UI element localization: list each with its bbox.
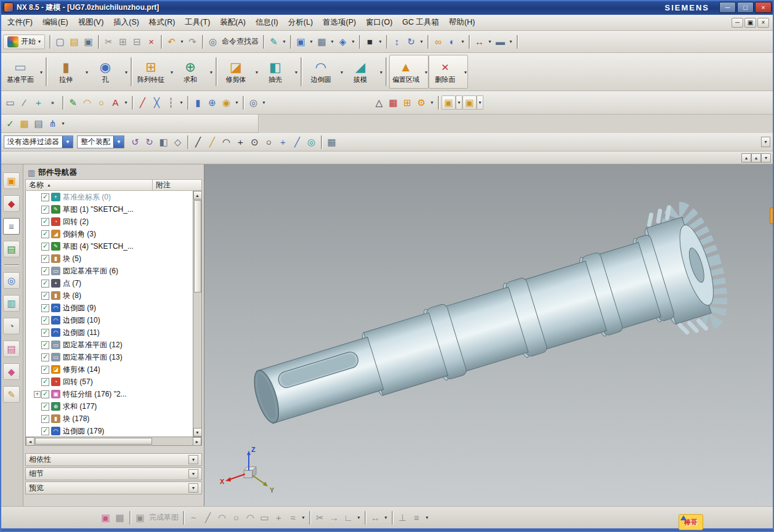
selection-filter-dropdown[interactable]: 没有选择过滤器 ▼: [4, 135, 73, 148]
paste-icon[interactable]: ⊟: [130, 34, 144, 49]
feature-checkbox[interactable]: [41, 206, 49, 214]
menu-insert[interactable]: 插入(S): [108, 15, 144, 30]
feature-tree-row[interactable]: ◠ 边倒圆 (179): [26, 425, 193, 437]
touch-mode-icon[interactable]: ✎: [267, 34, 281, 49]
scroll-left-icon[interactable]: ◄: [26, 437, 34, 446]
toolbar-overflow-button[interactable]: ▾: [761, 137, 770, 147]
feature-tree-row[interactable]: ◔ 回转 (2): [26, 216, 193, 228]
menu-file[interactable]: 文件(F): [2, 15, 38, 30]
feature-checkbox[interactable]: [41, 329, 49, 337]
feature-checkbox[interactable]: [41, 280, 49, 288]
window-style-dropdown[interactable]: ▾: [377, 34, 384, 49]
feature-tree-row[interactable]: ◪ 修剪体 (14): [26, 363, 193, 376]
snap-intersection-icon[interactable]: +: [233, 135, 248, 149]
feature-tree-row[interactable]: + 基准坐标系 (0): [26, 191, 193, 203]
derived-curve-dropdown[interactable]: ▾: [178, 95, 185, 110]
cylinder-tool-icon[interactable]: ▮: [191, 95, 205, 110]
draft-button[interactable]: ◢ 拔模: [344, 55, 383, 89]
show-hide-icon[interactable]: ↕: [390, 34, 404, 49]
feature-tree-row[interactable]: ▭ 固定基准平面 (12): [26, 339, 193, 351]
view-orient-icon[interactable]: ◈: [336, 34, 350, 49]
reuse-library-rail-icon[interactable]: ▤: [3, 241, 20, 257]
pattern-feature-button[interactable]: ⊞ 阵列特征: [134, 55, 174, 89]
dropdown-arrow-icon[interactable]: ▼: [62, 136, 73, 148]
datum-plane-button[interactable]: ▭ 基准平面: [4, 55, 43, 89]
feature-tree-row[interactable]: ✎ 草图 (1) "SKETCH_...: [26, 203, 193, 216]
next-selection-icon[interactable]: ↻: [142, 135, 156, 149]
measure-dropdown[interactable]: ▾: [486, 34, 493, 49]
feature-tree-row[interactable]: ▭ 固定基准平面 (6): [26, 265, 193, 277]
scrollbar-thumb[interactable]: [35, 438, 152, 445]
snap-control-point-icon[interactable]: ◠: [219, 135, 233, 149]
feature-checkbox[interactable]: [41, 341, 49, 349]
tree-expander[interactable]: [34, 329, 41, 336]
feature-tree-row[interactable]: ▮ 块 (8): [26, 289, 193, 302]
menu-format[interactable]: 格式(R): [144, 15, 180, 30]
redo-icon[interactable]: ↷: [185, 34, 200, 49]
feature-checkbox[interactable]: [41, 243, 49, 251]
fit-view-dropdown[interactable]: ▾: [308, 34, 315, 49]
close-button[interactable]: ×: [755, 2, 772, 13]
edit-object-display-dropdown[interactable]: ▾: [459, 34, 466, 49]
feature-tree-row[interactable]: ◠ 边倒圆 (10): [26, 314, 193, 326]
layer-settings-icon[interactable]: ▤: [31, 116, 46, 131]
viewport-canvas[interactable]: [204, 164, 774, 506]
sketch-tool-icon[interactable]: ✎: [66, 95, 80, 110]
edge-blend-button[interactable]: ◠ 边倒圆: [304, 55, 344, 89]
menu-window[interactable]: 窗口(O): [361, 15, 397, 30]
spreadsheet-icon[interactable]: ▦: [386, 95, 400, 110]
reuse-dropdown[interactable]: ▾: [456, 95, 462, 110]
boolean-unite-icon[interactable]: ⊕: [205, 95, 219, 110]
ruler-dropdown[interactable]: ▾: [507, 34, 514, 49]
command-finder-icon[interactable]: ◎: [206, 34, 220, 49]
select-face-icon[interactable]: ◇: [171, 135, 185, 149]
tree-expander[interactable]: [34, 403, 41, 410]
selection-scope-dropdown[interactable]: 整个装配 ▼: [77, 135, 124, 148]
separator[interactable]: [216, 57, 217, 86]
datum-plane-small-icon[interactable]: ▭: [3, 95, 17, 110]
feature-checkbox[interactable]: [41, 378, 49, 386]
shaft-model[interactable]: [239, 200, 730, 460]
extrude-button[interactable]: ▮ 拉伸: [49, 55, 89, 89]
process-studio-icon[interactable]: ▤: [3, 341, 20, 357]
mdi-restore-button[interactable]: ▣: [744, 18, 756, 28]
edit-object-display-icon[interactable]: ◐: [445, 34, 459, 49]
window-style-icon[interactable]: ■: [363, 34, 377, 49]
menu-help[interactable]: 帮助(H): [444, 15, 480, 30]
feature-tree-row[interactable]: ▮ 块 (178): [26, 413, 193, 425]
column-header-name[interactable]: 名称 ▲: [26, 180, 153, 190]
tree-expander[interactable]: +: [34, 391, 41, 398]
datum-csys-icon[interactable]: +: [31, 95, 46, 110]
tree-expander[interactable]: [34, 256, 41, 262]
intersect-curve-icon[interactable]: ╳: [150, 95, 164, 110]
tree-expander[interactable]: [34, 231, 41, 238]
tree-expander[interactable]: [34, 317, 41, 324]
undo-dropdown[interactable]: ▾: [179, 34, 185, 49]
tree-expander[interactable]: [34, 354, 41, 361]
tree-expander[interactable]: [34, 305, 41, 312]
shaded-view-dropdown[interactable]: ▾: [329, 34, 336, 49]
scroll-up-icon[interactable]: ▲: [193, 191, 202, 200]
section-expand-button[interactable]: ▾: [188, 483, 198, 493]
navigator-section-bar[interactable]: 细节 ▾: [25, 467, 202, 480]
grid-snap-icon[interactable]: ▦: [325, 135, 339, 149]
section-expand-button[interactable]: ▾: [188, 469, 198, 478]
feature-tree-row[interactable]: • 点 (7): [26, 277, 193, 289]
shaded-view-icon[interactable]: ▦: [315, 34, 329, 49]
menu-gc-toolbox[interactable]: GC 工具箱: [397, 15, 444, 30]
offset-region-button[interactable]: ▲ 偏置区域: [389, 55, 429, 89]
project-curve-icon[interactable]: ╱: [135, 95, 150, 110]
assembly-navigator-icon[interactable]: ▣: [3, 172, 20, 189]
tree-expander[interactable]: [34, 194, 41, 201]
tree-expander[interactable]: [34, 268, 41, 275]
navigator-section-bar[interactable]: 预览 ▾: [25, 482, 202, 494]
open-file-icon[interactable]: ▤: [67, 34, 81, 49]
approve-check-icon[interactable]: ✓: [3, 116, 17, 131]
collapse-toolbar-button-2[interactable]: ▴: [751, 153, 761, 163]
feature-checkbox[interactable]: [41, 255, 49, 263]
text-tool-icon[interactable]: A: [108, 95, 123, 110]
web-browser-icon[interactable]: ◎: [3, 272, 20, 289]
pattern-table-icon[interactable]: ⊞: [400, 95, 414, 110]
column-header-notes[interactable]: 附注: [153, 180, 174, 190]
tree-expander[interactable]: [34, 219, 41, 225]
